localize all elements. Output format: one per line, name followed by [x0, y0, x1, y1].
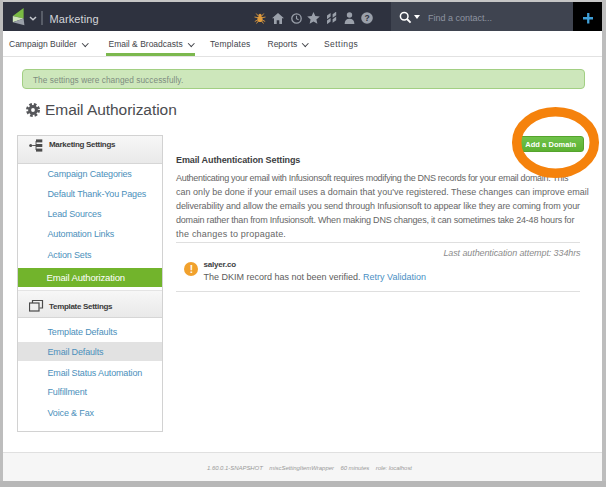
svg-text:?: ?: [364, 13, 369, 23]
